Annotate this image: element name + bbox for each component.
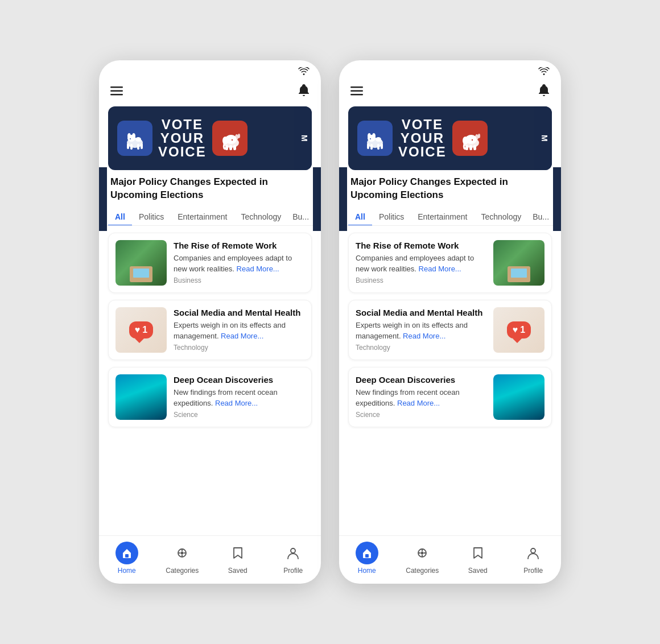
nav-categories-right[interactable]: Categories [395,542,451,575]
tab-technology-left[interactable]: Technology [234,209,288,226]
nav-saved-label-right: Saved [468,567,488,575]
svg-point-11 [127,133,131,139]
wifi-icon-right [538,67,550,77]
svg-point-63 [531,548,535,553]
svg-point-43 [368,133,371,139]
vote-line2-left: YOUR [160,131,204,145]
read-more-ocean-right[interactable]: Read More... [397,399,440,407]
page-wrapper: VOTE YOUR VOICE [76,26,584,618]
tab-technology-right[interactable]: Technology [474,209,528,226]
heart-count-right: 1 [520,325,525,335]
nav-saved-icon-wrap-right [467,542,489,564]
vote-line2-right: YOUR [401,131,444,145]
nav-home-label-right: Home [358,567,376,575]
article-title-ocean-right: Deep Ocean Discoveries [356,374,486,386]
tab-all-right[interactable]: All [348,209,372,226]
categories-icon-right [416,547,428,559]
heart-emoji-left: ♥ [135,325,141,335]
vote-line1-left: VOTE [162,118,203,131]
top-bar-left [99,80,321,106]
donkey-box-left [117,121,152,156]
svg-point-58 [421,552,424,555]
article-title-ocean-left: Deep Ocean Discoveries [174,374,304,386]
phone-left: VOTE YOUR VOICE [99,60,321,584]
article-ocean-left: Deep Ocean Discoveries New findings from… [108,367,312,427]
article-image-remote-work-left [116,240,167,286]
ocean-visual-left [116,374,167,420]
nav-categories-icon-wrap-left [171,542,193,564]
tab-business-right[interactable]: Bu... [528,209,554,225]
article-image-remote-work-right [493,240,544,286]
social-media-visual-right: ♥ 1 [493,307,544,353]
read-more-ocean-left[interactable]: Read More... [215,399,258,407]
read-more-social-media-left[interactable]: Read More... [221,332,263,340]
article-title-social-media-right: Social Media and Mental Health [356,307,486,319]
svg-rect-0 [110,86,123,88]
nav-saved-label-left: Saved [228,567,248,575]
article-content-ocean-left: Deep Ocean Discoveries New findings from… [174,374,304,419]
news-title-right: Major Policy Changes Expected in Upcomin… [339,170,561,204]
donkey-icon-left [121,125,148,152]
read-more-social-media-right[interactable]: Read More... [403,332,446,340]
nav-profile-right[interactable]: Profile [506,542,562,575]
tab-entertainment-left[interactable]: Entertainment [171,209,234,226]
elephant-icon-left [216,125,244,152]
article-content-remote-work-right: The Rise of Remote Work Companies and em… [356,240,486,284]
heart-notification-right: ♥ 1 [507,321,531,338]
svg-rect-24 [125,554,129,558]
svg-rect-52 [473,145,476,150]
heart-count-left: 1 [142,325,147,335]
tab-politics-left[interactable]: Politics [132,209,171,226]
nav-profile-icon-wrap-left [282,542,304,564]
article-category-remote-work-left: Business [174,276,304,284]
bell-icon-right[interactable] [538,84,550,100]
right-strip [313,167,321,231]
tab-entertainment-right[interactable]: Entertainment [411,209,474,226]
categories-icon-left [176,547,188,559]
nav-home-left[interactable]: Home [99,542,155,575]
donkey-box-right [357,121,393,156]
svg-rect-19 [229,145,232,150]
article-title-social-media-left: Social Media and Mental Health [174,307,304,319]
tab-all-left[interactable]: All [108,209,132,226]
right-phone-left-strip [339,167,347,231]
svg-rect-20 [233,145,236,150]
article-desc-ocean-left: New findings from recent ocean expeditio… [174,387,304,408]
news-title-left: Major Policy Changes Expected in Upcomin… [99,170,321,204]
nav-home-icon-wrap-right [356,542,378,564]
nav-profile-icon-wrap-right [522,542,544,564]
status-bar-right [339,60,561,80]
menu-icon-right[interactable] [350,85,363,98]
svg-point-21 [235,134,238,140]
tab-business-left[interactable]: Bu... [288,209,314,225]
elephant-box-left [212,121,248,156]
article-desc-social-media-right: Experts weigh in on its effects and mana… [356,320,486,341]
article-content-social-media-right: Social Media and Mental Health Experts w… [356,307,486,352]
nav-saved-left[interactable]: Saved [210,542,266,575]
bell-icon-left[interactable] [298,84,310,100]
svg-point-22 [238,134,240,138]
read-more-remote-work-right[interactable]: Read More... [419,265,461,273]
svg-rect-40 [377,144,380,150]
bottom-nav-left: Home Categories [99,535,321,584]
read-more-remote-work-left[interactable]: Read More... [237,265,279,273]
svg-rect-2 [110,94,123,96]
vote-text-left: VOTE YOUR VOICE [158,118,207,159]
svg-point-45 [370,138,371,139]
nav-saved-right[interactable]: Saved [450,542,506,575]
nav-categories-left[interactable]: Categories [155,542,211,575]
nav-profile-label-left: Profile [283,567,303,575]
article-image-ocean-right [493,374,544,420]
left-strip [99,167,107,231]
svg-point-26 [181,552,184,555]
nav-home-right[interactable]: Home [339,542,395,575]
nav-profile-left[interactable]: Profile [266,542,321,575]
hero-banner-right: VOTE YOUR VOICE M [348,106,552,170]
svg-point-14 [137,139,142,142]
svg-rect-41 [381,143,383,149]
article-image-social-media-left: ♥ 1 [116,307,167,353]
tab-politics-right[interactable]: Politics [372,209,411,226]
hero-overflow-left: M [294,106,312,170]
menu-icon-left[interactable] [110,85,123,98]
ocean-visual-right [493,374,544,420]
